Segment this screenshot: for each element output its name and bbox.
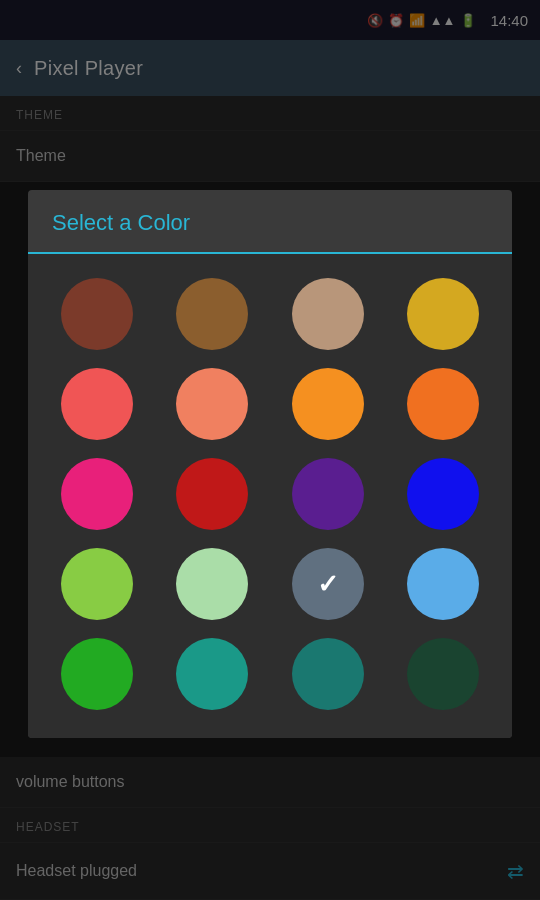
color-gold[interactable] [407, 278, 479, 350]
color-red[interactable] [176, 458, 248, 530]
color-teal[interactable] [176, 638, 248, 710]
color-lime[interactable] [61, 548, 133, 620]
color-sky-blue[interactable] [407, 548, 479, 620]
color-purple[interactable] [292, 458, 364, 530]
color-salmon[interactable] [176, 368, 248, 440]
color-blue[interactable] [407, 458, 479, 530]
color-brown-dark[interactable] [61, 278, 133, 350]
color-pink[interactable] [61, 458, 133, 530]
color-brown-medium[interactable] [176, 278, 248, 350]
color-mint[interactable] [176, 548, 248, 620]
color-orange-dark[interactable] [407, 368, 479, 440]
color-tan[interactable] [292, 278, 364, 350]
color-teal-dark[interactable] [292, 638, 364, 710]
color-green[interactable] [61, 638, 133, 710]
color-orange[interactable] [292, 368, 364, 440]
color-steel-blue[interactable] [292, 548, 364, 620]
color-dark-green[interactable] [407, 638, 479, 710]
dialog-content [28, 254, 512, 738]
color-grid [48, 278, 492, 710]
color-picker-dialog: Select a Color [28, 190, 512, 738]
dialog-title: Select a Color [28, 190, 512, 254]
color-coral[interactable] [61, 368, 133, 440]
